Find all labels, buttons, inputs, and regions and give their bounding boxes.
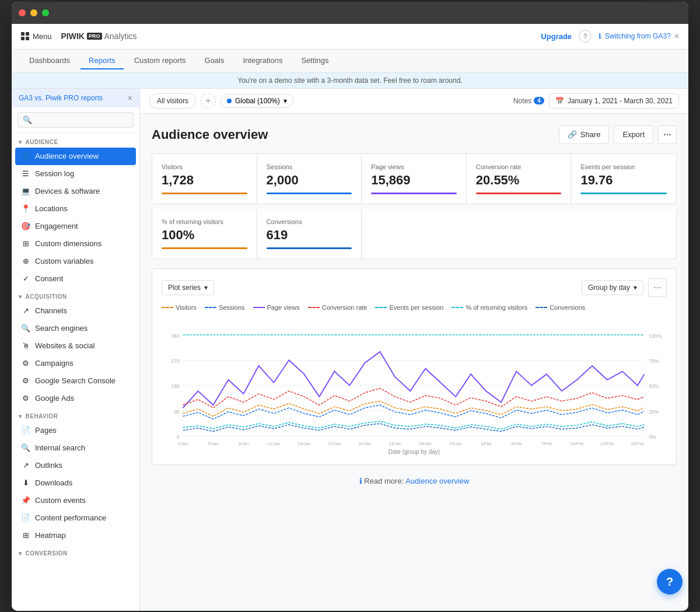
date-range-button[interactable]: 📅 January 1, 2021 - March 30, 2021 [549, 93, 679, 109]
logo-analytics-text: Analytics [104, 32, 137, 41]
group-by-button[interactable]: Group by day ▾ [582, 280, 643, 295]
tab-integrations[interactable]: Integrations [235, 53, 290, 69]
menu-icon [21, 32, 29, 40]
svg-text:20/Jan: 20/Jan [359, 440, 372, 446]
sidebar-item-heatmap[interactable]: ⊞ Heatmap [12, 527, 139, 544]
sidebar-item-consent[interactable]: ✓ Consent [12, 270, 139, 288]
sidebar-item-search-engines[interactable]: 🔍 Search engines [12, 320, 139, 337]
tab-custom-reports[interactable]: Custom reports [126, 53, 194, 69]
close-traffic-light[interactable] [19, 9, 26, 16]
plot-series-button[interactable]: Plot series ▾ [162, 280, 214, 295]
logo-text: PIWIK [61, 32, 85, 41]
notes-button[interactable]: Notes 4 [513, 97, 544, 105]
sidebar-section-audience[interactable]: ▾ AUDIENCE [12, 133, 139, 148]
custom-events-icon: 📌 [21, 496, 30, 505]
svg-text:16/Feb: 16/Feb [631, 440, 644, 446]
page-title-text: Audience overview [152, 127, 268, 142]
sidebar-item-audience-overview[interactable]: 👤 Audience overview [15, 148, 136, 165]
upgrade-button[interactable]: Upgrade [541, 32, 572, 41]
sidebar-item-channels[interactable]: ↗ Channels [12, 302, 139, 320]
sidebar-item-campaigns[interactable]: ⚙ Campaigns [12, 355, 139, 372]
audience-overview-icon: 👤 [21, 152, 30, 161]
metric-empty-space [362, 209, 676, 258]
svg-text:75%: 75% [649, 358, 659, 364]
search-input[interactable] [18, 112, 134, 128]
help-fab-button[interactable]: ? [657, 569, 682, 594]
chart-right-actions: Group by day ▾ ··· [582, 278, 667, 297]
switching-close-button[interactable]: × [674, 32, 679, 41]
share-button[interactable]: 🔗 Share [559, 125, 610, 144]
sidebar-section-acquisition[interactable]: ▾ ACQUISITION [12, 288, 139, 302]
chevron-down-icon: ▾ [19, 139, 22, 145]
add-segment-button[interactable]: + [201, 93, 216, 109]
sidebar-section-conversion[interactable]: ▾ CONVERSION [12, 544, 139, 559]
svg-text:26/Jan: 26/Jan [419, 440, 432, 446]
sidebar-item-custom-events[interactable]: 📌 Custom events [12, 492, 139, 509]
devices-icon: 💻 [21, 187, 30, 196]
conv-label: Conversions [267, 218, 352, 225]
tab-goals[interactable]: Goals [197, 53, 233, 69]
sidebar-item-pages[interactable]: 📄 Pages [12, 422, 139, 439]
sessions-legend-line [205, 307, 216, 308]
sidebar-item-content-performance[interactable]: 📄 Content performance [12, 509, 139, 527]
sidebar-item-websites-social[interactable]: 🖱 Websites & social [12, 337, 139, 355]
read-more-link[interactable]: Audience overview [405, 477, 469, 485]
legend-conversion-rate: Conversion rate [308, 304, 368, 311]
toolbar: All visitors + Global (100%) ▾ Notes 4 📅… [140, 89, 688, 114]
sidebar-item-devices-software[interactable]: 💻 Devices & software [12, 183, 139, 200]
svg-text:14/Jan: 14/Jan [298, 440, 311, 446]
export-label: Export [622, 130, 645, 139]
sidebar-item-session-log[interactable]: ☰ Session log [12, 165, 139, 183]
heatmap-icon: ⊞ [21, 531, 30, 540]
chart-toolbar: Plot series ▾ Group by day ▾ ··· [162, 278, 667, 297]
segment-dot [227, 99, 232, 103]
logo-pro-badge: PRO [87, 33, 102, 40]
sidebar-panel-close[interactable]: × [128, 93, 132, 103]
metric-events-per-session: Events per session 19.76 [571, 154, 676, 204]
sidebar-item-google-ads[interactable]: ⚙ Google Ads [12, 390, 139, 407]
export-button[interactable]: Export [614, 125, 653, 144]
svg-text:50%: 50% [649, 383, 659, 389]
tab-settings[interactable]: Settings [293, 53, 337, 69]
sidebar-item-google-search-console[interactable]: ⚙ Google Search Console [12, 372, 139, 390]
tab-reports[interactable]: Reports [80, 53, 124, 69]
svg-text:11/Jan: 11/Jan [268, 440, 281, 446]
share-label: Share [580, 130, 601, 139]
svg-text:29/Jan: 29/Jan [449, 440, 462, 446]
maximize-traffic-light[interactable] [42, 9, 49, 16]
conv-bar [267, 247, 352, 249]
sidebar-item-internal-search[interactable]: 🔍 Internal search [12, 439, 139, 457]
sidebar-section-behavior[interactable]: ▾ BEHAVIOR [12, 407, 139, 422]
sidebar-item-custom-variables[interactable]: ⊕ Custom variables [12, 253, 139, 270]
svg-text:8/Jan: 8/Jan [239, 440, 249, 446]
date-range-text: January 1, 2021 - March 30, 2021 [568, 97, 673, 105]
sessions-label: Sessions [267, 163, 352, 170]
chevron-right-icon-conv: ▾ [19, 550, 22, 557]
minimize-traffic-light[interactable] [30, 9, 37, 16]
svg-text:2/Jan: 2/Jan [178, 440, 188, 446]
sidebar-item-downloads[interactable]: ⬇ Downloads [12, 474, 139, 492]
all-visitors-segment[interactable]: All visitors [149, 93, 196, 109]
group-by-label: Group by day [588, 284, 630, 292]
sidebar-item-engagement[interactable]: 🎯 Engagement [12, 218, 139, 235]
switching-banner: ℹ Switching from GA3? × [598, 32, 679, 41]
notes-badge: 4 [534, 97, 544, 104]
sidebar-item-locations[interactable]: 📍 Locations [12, 200, 139, 218]
app-body: GA3 vs. Piwik PRO reports × ▾ AUDIENCE 👤… [12, 89, 688, 611]
eps-bar [580, 193, 667, 194]
global-segment[interactable]: Global (100%) ▾ [220, 94, 293, 108]
gsc-icon: ⚙ [21, 376, 30, 386]
help-button[interactable]: ? [579, 30, 592, 43]
more-button[interactable]: ··· [658, 125, 677, 144]
svg-text:270: 270 [171, 358, 180, 364]
chart-more-button[interactable]: ··· [648, 278, 667, 297]
sessions-value: 2,000 [267, 173, 352, 188]
content-area: Audience overview 🔗 Share Export ··· [140, 114, 688, 509]
tab-dashboards[interactable]: Dashboards [21, 53, 78, 69]
sidebar-item-custom-dimensions[interactable]: ⊞ Custom dimensions [12, 235, 139, 253]
demo-banner: You're on a demo site with a 3-month dat… [12, 73, 688, 89]
conversion-rate-label: Conversion rate [476, 163, 562, 170]
conversions-legend-line [536, 307, 547, 308]
menu-button[interactable]: Menu [21, 32, 52, 41]
sidebar-item-outlinks[interactable]: ↗ Outlinks [12, 457, 139, 474]
